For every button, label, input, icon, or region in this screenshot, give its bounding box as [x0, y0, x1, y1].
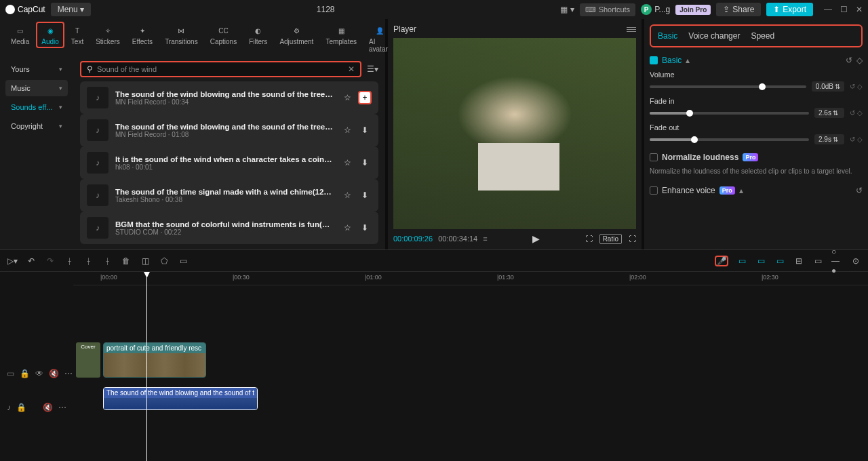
download-icon[interactable]: ⬇: [358, 188, 372, 202]
shortcuts-button[interactable]: ⌨ Shortcuts: [580, 3, 635, 16]
fadeout-slider[interactable]: [650, 138, 809, 141]
sound-result[interactable]: ♪The sound of the time signal made with …: [80, 179, 378, 212]
fadeout-value[interactable]: 2.9s ⇅: [814, 134, 844, 144]
ratio-button[interactable]: Ratio: [599, 234, 622, 244]
normalize-checkbox[interactable]: [650, 153, 658, 161]
delete-icon[interactable]: 🗑: [121, 256, 132, 266]
more-icon[interactable]: ⋯: [58, 403, 66, 412]
share-button[interactable]: ⇪ Share: [716, 3, 761, 16]
mute-icon[interactable]: 🔇: [49, 369, 59, 378]
export-button[interactable]: ⬆ Export: [766, 3, 813, 16]
time-ruler[interactable]: |00:00|00:30|01:00|01:30|02:00|02:30: [73, 272, 868, 285]
lock-icon[interactable]: 🔒: [20, 369, 30, 378]
tab-adjustment[interactable]: ⚙Adjustment: [274, 22, 319, 48]
video-preview[interactable]: [393, 38, 636, 229]
layout-icon[interactable]: ▦ ▾: [560, 5, 574, 14]
sound-result[interactable]: ♪It is the sound of the wind when a char…: [80, 146, 378, 179]
tab-transitions[interactable]: ⋈Transitions: [159, 22, 203, 48]
close-button[interactable]: ✕: [856, 5, 863, 14]
volume-value[interactable]: 0.0dB ⇅: [812, 81, 844, 92]
crop-icon[interactable]: ◫: [140, 256, 151, 266]
scale-icon[interactable]: ⛶: [585, 235, 593, 243]
player-menu-icon[interactable]: [627, 27, 636, 32]
clear-search-icon[interactable]: ✕: [348, 64, 355, 74]
kf-diamond-icon[interactable]: ◇: [857, 83, 863, 90]
collapse-icon[interactable]: ▴: [686, 56, 690, 65]
track-lanes[interactable]: |00:00|00:30|01:00|01:30|02:00|02:30 Cov…: [73, 272, 868, 461]
play-button[interactable]: ▶: [532, 233, 540, 244]
inspector-tab-speed[interactable]: Speed: [751, 31, 774, 41]
sound-result[interactable]: ♪The sound of the wind blowing and the s…: [80, 114, 378, 146]
split-left-icon[interactable]: ⟊: [83, 256, 94, 266]
track-icon[interactable]: ▭: [812, 256, 823, 266]
eye-icon[interactable]: 👁: [35, 369, 43, 378]
maximize-button[interactable]: ☐: [840, 5, 848, 14]
menu-button[interactable]: Menu ▾: [51, 3, 91, 16]
search-input[interactable]: [97, 65, 344, 73]
video-clip[interactable]: portrait of cute and friendly resc: [103, 342, 206, 378]
favorite-icon[interactable]: ☆: [340, 156, 354, 169]
minimize-button[interactable]: —: [824, 5, 832, 14]
expand-icon[interactable]: ▴: [739, 186, 743, 195]
snap-icon[interactable]: ▭: [774, 256, 785, 266]
redo-icon[interactable]: ↷: [45, 256, 56, 266]
tab-media[interactable]: ▭Media: [5, 22, 35, 48]
category-sounds-eff-[interactable]: Sounds eff...▾: [5, 99, 68, 115]
favorite-icon[interactable]: ☆: [340, 221, 354, 235]
audio-clip[interactable]: The sound of the wind blowing and the so…: [103, 387, 258, 410]
download-icon[interactable]: ⬇: [358, 221, 372, 235]
fullscreen-icon[interactable]: ⛶: [629, 235, 636, 243]
align-icon[interactable]: ⊟: [793, 256, 804, 266]
category-copyright[interactable]: Copyright▾: [5, 118, 68, 134]
volume-slider[interactable]: [650, 85, 806, 88]
tab-stickers[interactable]: ✧Stickers: [90, 22, 125, 48]
favorite-icon[interactable]: ☆: [340, 91, 354, 104]
marker-icon[interactable]: ⬠: [159, 256, 170, 266]
magnet-icon[interactable]: ▭: [736, 256, 747, 266]
playhead[interactable]: [146, 272, 147, 461]
search-box[interactable]: ⚲ ✕: [80, 61, 361, 77]
fadein-slider[interactable]: [650, 112, 809, 115]
link-icon[interactable]: ▭: [755, 256, 766, 266]
audio-icon[interactable]: ♪: [7, 403, 11, 412]
category-yours[interactable]: Yours▾: [5, 61, 68, 77]
undo-icon[interactable]: ↶: [26, 256, 37, 266]
user-badge[interactable]: P P...g: [641, 4, 670, 15]
tab-text[interactable]: TText: [66, 22, 89, 48]
favorite-icon[interactable]: ☆: [340, 188, 354, 202]
lock-icon[interactable]: 🔒: [16, 403, 26, 412]
add-button[interactable]: +: [358, 91, 372, 104]
inspector-tab-basic[interactable]: Basic: [658, 31, 677, 41]
filter-icon[interactable]: ☰▾: [367, 64, 378, 74]
tab-effects[interactable]: ✦Effects: [127, 22, 158, 48]
tab-captions[interactable]: CCCaptions: [205, 22, 242, 48]
enhance-checkbox[interactable]: [650, 186, 658, 195]
section-toggle[interactable]: [650, 56, 658, 64]
zoom-slider-icon[interactable]: ○—●: [831, 256, 842, 266]
record-mic-icon[interactable]: 🎤: [715, 256, 728, 266]
kf-reset-icon[interactable]: ↺: [850, 83, 855, 90]
cover-icon[interactable]: ▭: [7, 369, 14, 378]
pointer-tool-icon[interactable]: ▷▾: [7, 256, 18, 266]
keyframe-icon[interactable]: ◇: [856, 56, 863, 65]
split-icon[interactable]: ⟊: [64, 256, 75, 266]
sound-result[interactable]: ♪The sound of the wind blowing and the s…: [80, 81, 378, 114]
caption-icon[interactable]: ▭: [178, 256, 189, 266]
undo-icon[interactable]: ↺: [846, 56, 852, 65]
cover-thumb[interactable]: Cover: [76, 342, 100, 378]
list-icon[interactable]: ≡: [483, 235, 487, 243]
tab-templates[interactable]: ▦Templates: [320, 22, 362, 48]
download-icon[interactable]: ⬇: [358, 123, 372, 137]
join-pro-button[interactable]: Join Pro: [675, 5, 711, 15]
category-music[interactable]: Music▾: [5, 80, 68, 96]
sound-result[interactable]: ♪BGM that the sound of colorful wind ins…: [80, 212, 378, 244]
more-icon[interactable]: ⋯: [64, 369, 73, 378]
mute-icon[interactable]: 🔇: [43, 403, 53, 412]
inspector-tab-voice-changer[interactable]: Voice changer: [688, 31, 740, 41]
favorite-icon[interactable]: ☆: [340, 123, 354, 137]
fit-icon[interactable]: ⊙: [850, 256, 861, 266]
download-icon[interactable]: ⬇: [358, 156, 372, 169]
split-right-icon[interactable]: ⟊: [102, 256, 113, 266]
reset-icon[interactable]: ↺: [856, 186, 863, 195]
tab-filters[interactable]: ◐Filters: [243, 22, 273, 48]
